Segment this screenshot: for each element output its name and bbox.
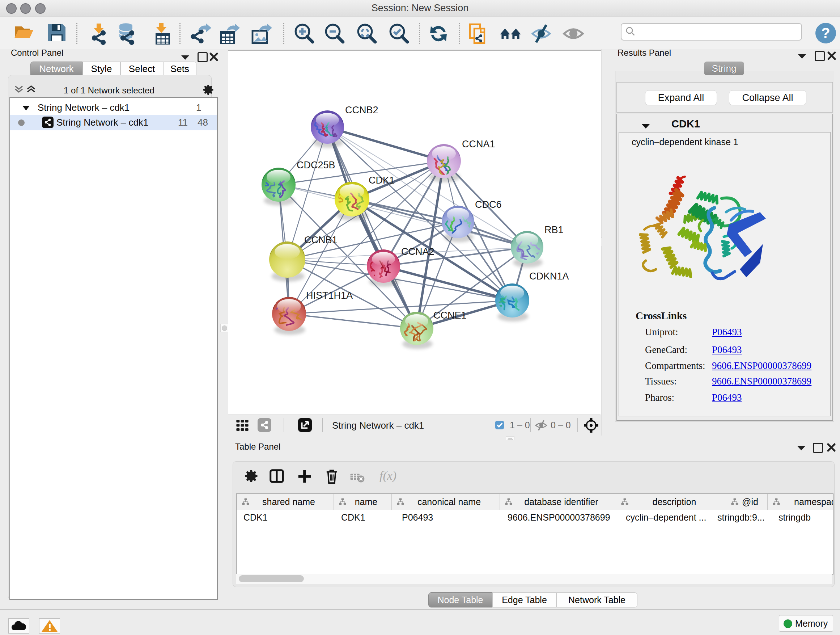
svg-text:CDC25B: CDC25B [297,160,335,171]
svg-text:CCNA1: CCNA1 [462,139,495,149]
svg-text:CCNB2: CCNB2 [345,105,378,116]
svg-text:RB1: RB1 [545,225,564,235]
svg-text:CCNB1: CCNB1 [304,234,338,245]
svg-text:CDC6: CDC6 [475,199,502,210]
svg-text:CCNA2: CCNA2 [401,246,434,257]
svg-text:HIST1H1A: HIST1H1A [306,290,353,301]
svg-text:CDKN1A: CDKN1A [529,271,569,282]
svg-text:CCNE1: CCNE1 [433,310,467,321]
svg-text:CDK1: CDK1 [369,175,395,186]
